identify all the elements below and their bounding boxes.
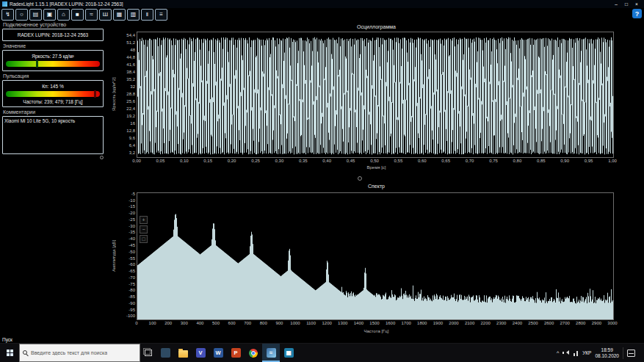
close-button[interactable]: × <box>632 1 642 8</box>
oscillogram-title: Осциллограмма <box>109 24 644 29</box>
spectrum-title: Спектр <box>109 184 644 189</box>
taskbar-app-v[interactable]: V <box>192 344 209 362</box>
disconnect-icon[interactable]: ○ <box>15 9 28 21</box>
taskbar-app-explorer[interactable] <box>174 344 192 362</box>
x-tick-label: 1,00 <box>604 159 621 163</box>
taskbar-app-chrome[interactable] <box>245 344 262 362</box>
oscillogram-xlabel: Время [с] <box>109 165 644 170</box>
task-view-icon <box>145 350 152 356</box>
connect-icon[interactable]: ↯ <box>1 9 14 21</box>
taskbar-app-radexlight[interactable]: ≈ <box>262 344 280 362</box>
help-button[interactable]: ? <box>632 9 642 18</box>
x-tick-label: 2000 <box>445 321 463 325</box>
brightness-reading: Яркость: 27.5 кд/м² <box>4 54 101 59</box>
search-icon <box>23 350 29 356</box>
y-tick-label: -5 <box>116 192 135 196</box>
y-tick-label: -60 <box>116 262 135 267</box>
save-icon[interactable]: ▣ <box>43 9 56 21</box>
spectrum-chart: Спектр Амплитуда [дБ] + − □ Частота [Гц]… <box>109 181 644 339</box>
y-tick-label: 12,8 <box>116 128 135 133</box>
taskbar-app-mail[interactable] <box>156 344 174 362</box>
x-tick-label: 400 <box>191 321 209 325</box>
maximize-button[interactable]: □ <box>621 1 632 8</box>
y-tick-label: 6,4 <box>116 143 135 148</box>
y-tick-label: -40 <box>116 236 135 241</box>
x-tick-label: 1400 <box>350 321 367 325</box>
start-button[interactable] <box>0 344 19 362</box>
taskbar-app-powerpoint[interactable]: P <box>227 344 245 362</box>
tray-divider <box>623 347 623 359</box>
x-tick-label: 2600 <box>540 321 558 325</box>
taskbar-app-v-icon: V <box>196 348 206 358</box>
device-section-title: Подключенное устройство <box>3 22 104 27</box>
oscillogram-icon[interactable]: ≈ <box>85 9 98 21</box>
settings-icon[interactable]: ≡ <box>155 9 167 21</box>
oscillogram-plot[interactable] <box>137 32 614 158</box>
pause-icon[interactable]: ‖ <box>141 9 153 21</box>
device-name: RADEX LUPIN: 2018-12-24 2563 <box>2 29 104 41</box>
x-tick-label: 2900 <box>587 321 605 325</box>
x-tick-label: 0,75 <box>485 159 502 163</box>
value-section-title: Значение <box>3 43 104 48</box>
x-tick-label: 1300 <box>334 321 352 325</box>
y-tick-label: -80 <box>116 288 135 292</box>
pulsation-marker-icon <box>94 90 96 98</box>
y-tick-label: -10 <box>116 198 135 203</box>
x-tick-label: 2200 <box>477 321 494 325</box>
y-tick-label: 32 <box>116 84 135 89</box>
x-tick-label: 1900 <box>429 321 446 325</box>
minimize-button[interactable]: – <box>611 1 621 8</box>
zoom-out-icon[interactable]: − <box>140 225 148 234</box>
y-tick-label: -70 <box>116 275 135 280</box>
taskbar-app-store[interactable]: ▦ <box>280 344 297 362</box>
open-file-icon[interactable]: ▤ <box>29 9 42 21</box>
x-tick-label: 0,30 <box>270 159 288 163</box>
x-tick-label: 900 <box>270 321 288 325</box>
x-tick-label: 2800 <box>572 321 590 325</box>
y-tick-label: -85 <box>116 294 135 299</box>
network-icon[interactable] <box>573 350 579 356</box>
taskbar-apps: VWP≈▦ <box>156 344 297 362</box>
action-center-icon[interactable] <box>627 350 635 357</box>
language-indicator[interactable]: УКР <box>582 350 591 355</box>
speaker-icon[interactable] <box>562 350 569 356</box>
x-tick-label: 1600 <box>382 321 399 325</box>
x-tick-label: 0,05 <box>151 159 169 163</box>
y-tick-label: -15 <box>116 204 135 209</box>
spectrum-plot[interactable] <box>137 192 614 320</box>
taskbar-app-explorer-icon <box>178 350 188 358</box>
y-tick-label: 41,6 <box>116 62 135 67</box>
histogram-icon[interactable]: ▦ <box>113 9 126 21</box>
reset-zoom-icon[interactable]: □ <box>140 235 148 243</box>
x-tick-label: 100 <box>144 321 162 325</box>
table-icon[interactable]: ▥ <box>127 9 140 21</box>
search-input[interactable]: Введите здесь текст для поиска <box>19 344 140 362</box>
y-tick-label: -75 <box>116 282 135 286</box>
panel-resize-grip[interactable] <box>100 156 104 159</box>
record-icon[interactable]: ■ <box>71 9 84 21</box>
x-tick-label: 2100 <box>461 321 479 325</box>
home-icon[interactable]: ⌂ <box>57 9 70 21</box>
comments-section-title: Комментарии <box>3 109 104 115</box>
y-tick-label: -50 <box>116 250 135 254</box>
y-tick-label: -90 <box>116 301 135 305</box>
y-tick-label: 38,4 <box>116 70 135 74</box>
taskbar-app-word[interactable]: W <box>209 344 227 362</box>
x-tick-label: 1100 <box>303 321 320 325</box>
clock[interactable]: 18:59 08.10.2020 <box>595 347 619 359</box>
zoom-in-icon[interactable]: + <box>140 216 148 224</box>
y-tick-label: -30 <box>116 224 135 228</box>
x-tick-label: 0,80 <box>508 159 526 163</box>
hidden-icons-chevron-icon[interactable]: ^ <box>557 350 559 355</box>
oscillogram-chart: Осциллограмма Яркость [кд/м^2] Время [с]… <box>109 20 644 181</box>
pulsation-frequencies: Частоты: 239; 479; 718 [Гц] <box>4 99 101 104</box>
task-view-button[interactable] <box>140 344 156 362</box>
window-title: RadexLight 1.15.1 [RADEX LUPIN: 2018-12-… <box>10 1 611 7</box>
y-tick-label: -100 <box>116 314 135 318</box>
y-tick-label: 35,2 <box>116 77 135 82</box>
x-tick-label: 2700 <box>556 321 574 325</box>
comments-input[interactable]: Xiaomi Mi 10 Lite 5G, 10 яркость <box>2 116 104 154</box>
spectrum-icon[interactable]: Ш <box>99 9 112 21</box>
y-tick-label: -35 <box>116 230 135 234</box>
search-placeholder: Введите здесь текст для поиска <box>31 350 107 355</box>
